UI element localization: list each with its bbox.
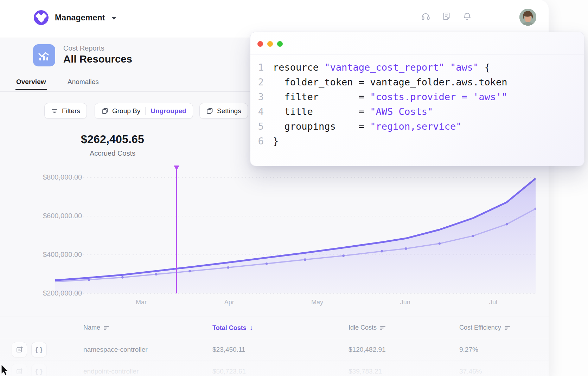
group-by-icon	[101, 108, 108, 115]
view-code-button[interactable]: { }	[31, 342, 47, 357]
line-number: 3	[250, 90, 264, 104]
cell-idle-costs: $39,783.21	[349, 368, 382, 375]
code-line: 4 title = "AWS Costs"	[250, 104, 584, 119]
group-by-button[interactable]: Group By Ungrouped	[95, 103, 193, 119]
metric-label: Accrued Costs	[70, 149, 155, 157]
code-line: 2 folder_token = vantage_folder.aws.toke…	[250, 75, 584, 90]
code-token: }	[273, 136, 279, 147]
x-axis-label: Apr	[215, 299, 243, 306]
open-report-button[interactable]	[12, 364, 27, 376]
chevron-down-icon	[111, 17, 116, 20]
code-token	[445, 62, 450, 73]
cell-name: endpoint-controller	[83, 368, 139, 375]
filter-icon	[51, 108, 58, 114]
cell-total-costs: $23,450.11	[212, 346, 245, 354]
settings-button[interactable]: Settings	[199, 103, 248, 119]
area-fill	[55, 179, 536, 293]
cell-idle-costs: $120,482.91	[349, 346, 386, 354]
x-axis-label: Jul	[479, 299, 507, 306]
column-label: Cost Efficiency	[459, 324, 501, 331]
minimize-window-button[interactable]	[267, 41, 273, 47]
code-token: folder_token = vantage_folder.aws.token	[273, 77, 507, 87]
row-divider	[0, 361, 549, 361]
code-token: {	[479, 62, 490, 73]
code-string-token: "costs.provider = 'aws'"	[370, 91, 507, 102]
cell-cost-efficiency: 9.27%	[459, 346, 478, 354]
settings-icon	[206, 108, 213, 115]
x-axis-labels: MarAprMayJunJul	[55, 299, 536, 309]
note-icon[interactable]	[442, 12, 451, 21]
code-string-token: "vantage_cost_report"	[324, 62, 444, 73]
arrow-down-icon: ↓	[250, 324, 253, 332]
vantage-logo-icon	[34, 10, 49, 25]
code-string-token: "region,service"	[370, 121, 461, 132]
line-number: 4	[250, 104, 264, 119]
code-line: 3 filter = "costs.provider = 'aws'"	[250, 90, 584, 104]
sort-bars-icon	[380, 325, 386, 330]
sort-bars-icon	[103, 325, 109, 330]
filters-button[interactable]: Filters	[44, 103, 87, 119]
column-header-cost-efficiency[interactable]: Cost Efficiency	[459, 324, 510, 331]
settings-label: Settings	[217, 107, 241, 115]
line-number: 5	[250, 119, 264, 134]
group-by-value[interactable]: Ungrouped	[151, 107, 186, 115]
page-title: All Resources	[63, 53, 132, 65]
tab-anomalies[interactable]: Anomalies	[68, 78, 99, 86]
filters-label: Filters	[62, 107, 80, 115]
close-window-button[interactable]	[257, 41, 263, 47]
x-axis-label: Mar	[127, 299, 155, 306]
tab-overview[interactable]: Overview	[16, 78, 46, 86]
code-window-titlebar	[250, 32, 584, 54]
table-header: NameTotal Costs↓Idle CostsCost Efficienc…	[0, 317, 549, 339]
group-by-label: Group By	[112, 107, 140, 115]
code-token: filter =	[273, 91, 370, 102]
metric-value: $262,405.65	[70, 133, 155, 146]
workspace-switcher[interactable]: Management	[34, 10, 116, 25]
column-header-idle-costs[interactable]: Idle Costs	[349, 324, 386, 331]
x-axis-label: Jun	[391, 299, 419, 306]
code-line: 1resource "vantage_cost_report" "aws" {	[250, 60, 584, 75]
code-token: resource	[273, 62, 324, 73]
code-token: groupings =	[273, 121, 370, 132]
open-report-button[interactable]	[12, 342, 27, 357]
code-string-token: "AWS Costs"	[370, 106, 433, 117]
accrued-costs-metric: $262,405.65 Accrued Costs	[70, 133, 155, 157]
code-editor-content: 1resource "vantage_cost_report" "aws" {2…	[250, 54, 584, 166]
column-header-name[interactable]: Name	[83, 324, 109, 331]
breadcrumb: Cost Reports	[63, 44, 104, 52]
column-label: Total Costs	[212, 324, 247, 332]
column-header-total-costs[interactable]: Total Costs↓	[212, 324, 253, 332]
avatar[interactable]	[519, 9, 536, 26]
code-line: 6}	[250, 134, 584, 149]
headphones-icon[interactable]	[421, 12, 430, 21]
cell-name: namespace-controller	[83, 346, 148, 354]
cost-chart[interactable]	[55, 163, 536, 297]
cell-total-costs: $50,723.61	[212, 368, 246, 375]
divider	[145, 107, 146, 115]
resources-table: NameTotal Costs↓Idle CostsCost Efficienc…	[0, 317, 549, 376]
column-label: Name	[83, 324, 100, 331]
table-row[interactable]: { }namespace-controller$23,450.11$120,48…	[0, 339, 549, 361]
code-line: 5 groupings = "region,service"	[250, 119, 584, 134]
code-editor-window: 1resource "vantage_cost_report" "aws" {2…	[250, 32, 584, 166]
maximize-window-button[interactable]	[277, 41, 283, 47]
view-code-button[interactable]: { }	[31, 364, 47, 376]
code-braces-icon: { }	[35, 368, 43, 375]
line-number: 2	[250, 75, 264, 90]
bell-icon[interactable]	[462, 12, 472, 21]
column-label: Idle Costs	[349, 324, 377, 331]
cost-report-icon	[33, 44, 55, 66]
code-string-token: "aws"	[450, 62, 479, 73]
sort-bars-icon	[504, 325, 510, 330]
workspace-name: Management	[55, 13, 105, 22]
table-row[interactable]: { }endpoint-controller$50,723.61$39,783.…	[0, 361, 549, 376]
code-token: title =	[273, 106, 370, 117]
cell-cost-efficiency: 37.46%	[459, 368, 482, 375]
line-number: 1	[250, 60, 264, 75]
line-number: 6	[250, 134, 264, 149]
x-axis-label: May	[303, 299, 331, 306]
code-braces-icon: { }	[35, 346, 43, 354]
